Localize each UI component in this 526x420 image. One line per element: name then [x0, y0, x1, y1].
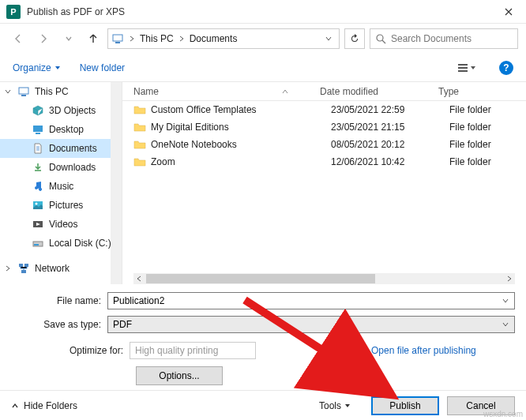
filename-input[interactable]: Publication2: [107, 292, 515, 309]
folder-icon: [133, 103, 146, 116]
search-placeholder: Search Documents: [391, 33, 472, 44]
tree-local-disk[interactable]: Local Disk (C:): [0, 234, 122, 253]
music-icon: [32, 180, 44, 193]
scrollbar-thumb[interactable]: [146, 274, 375, 283]
tree-label: Documents: [49, 143, 97, 154]
address-dropdown[interactable]: [321, 29, 336, 48]
file-type: File folder: [449, 156, 526, 167]
file-name: Zoom: [151, 156, 331, 167]
breadcrumb-this-pc[interactable]: This PC: [137, 33, 177, 44]
svg-rect-6: [19, 88, 28, 94]
tree-label: Pictures: [49, 200, 83, 211]
file-type: File folder: [449, 139, 526, 150]
chevron-down-icon[interactable]: [5, 88, 13, 95]
column-type[interactable]: Type: [438, 86, 526, 97]
tree-network[interactable]: Network: [0, 259, 122, 278]
folder-tree[interactable]: This PC 3D Objects Desktop Documents Dow…: [0, 82, 122, 284]
recent-dropdown[interactable]: [58, 28, 79, 49]
refresh-button[interactable]: [344, 28, 365, 49]
file-name: My Digital Editions: [151, 122, 331, 133]
file-list-header[interactable]: Name Date modified Type: [122, 82, 526, 101]
file-name: Custom Office Templates: [151, 104, 331, 115]
file-row[interactable]: Zoom 12/06/2021 10:42 File folder: [122, 153, 526, 171]
scroll-right-icon[interactable]: [504, 273, 515, 284]
chevron-down-icon: [54, 65, 61, 71]
tree-this-pc[interactable]: This PC: [0, 82, 122, 101]
desktop-icon: [32, 123, 44, 136]
file-date: 12/06/2021 10:42: [331, 156, 449, 167]
window-title: Publish as PDF or XPS: [27, 6, 125, 17]
chevron-right-icon[interactable]: [177, 29, 186, 48]
tree-desktop[interactable]: Desktop: [0, 120, 122, 139]
svg-rect-1: [115, 42, 120, 43]
folder-icon: [133, 121, 146, 133]
back-button[interactable]: [8, 28, 28, 49]
column-date[interactable]: Date modified: [320, 86, 438, 97]
form-area: File name: Publication2 Save as type: PD…: [0, 284, 526, 385]
tree-documents[interactable]: Documents: [0, 139, 122, 158]
file-list[interactable]: Name Date modified Type Custom Office Te…: [122, 82, 526, 284]
main-area: This PC 3D Objects Desktop Documents Dow…: [0, 82, 526, 284]
tree-label: Downloads: [49, 162, 96, 173]
scroll-left-icon[interactable]: [133, 273, 145, 284]
watermark: wsxdn.com: [483, 410, 523, 418]
checkbox-input[interactable]: [354, 346, 364, 356]
tree-label: Network: [35, 263, 70, 274]
tree-scrollbar[interactable]: [111, 82, 122, 284]
hide-folders-button[interactable]: Hide Folders: [11, 400, 77, 411]
chevron-down-icon[interactable]: [502, 297, 509, 305]
publish-button[interactable]: Publish: [371, 396, 439, 415]
file-row[interactable]: OneNote Notebooks 08/05/2021 20:12 File …: [122, 136, 526, 153]
breadcrumb-documents[interactable]: Documents: [186, 33, 241, 44]
close-button[interactable]: [490, 0, 526, 24]
tree-music[interactable]: Music: [0, 177, 122, 196]
address-bar[interactable]: This PC Documents: [107, 28, 340, 49]
horizontal-scrollbar[interactable]: [133, 273, 515, 284]
tree-3d-objects[interactable]: 3D Objects: [0, 101, 122, 120]
cube-icon: [32, 104, 44, 117]
tree-downloads[interactable]: Downloads: [0, 158, 122, 177]
tree-label: 3D Objects: [49, 105, 96, 116]
chevron-up-icon: [11, 402, 19, 410]
disk-icon: [32, 237, 44, 249]
sort-asc-icon: [282, 88, 288, 95]
view-options-button[interactable]: [453, 58, 480, 77]
file-date: 08/05/2021 20:12: [331, 139, 449, 150]
svg-point-2: [377, 35, 383, 41]
optimize-label: Optimize for:: [11, 345, 130, 356]
tree-label: This PC: [35, 86, 69, 97]
new-folder-button[interactable]: New folder: [80, 62, 125, 73]
tree-videos[interactable]: Videos: [0, 215, 122, 234]
videos-icon: [32, 218, 44, 231]
open-after-checkbox[interactable]: Open file after publishing: [351, 343, 476, 358]
optimize-value: High quality printing: [130, 342, 256, 359]
navigation-bar: This PC Documents Search Documents: [0, 24, 526, 54]
file-row[interactable]: My Digital Editions 23/05/2021 21:15 Fil…: [122, 118, 526, 136]
titlebar: P Publish as PDF or XPS: [0, 0, 526, 24]
up-button[interactable]: [84, 29, 103, 48]
organize-menu[interactable]: Organize: [13, 62, 61, 73]
help-button[interactable]: ?: [499, 61, 513, 75]
folder-icon: [133, 138, 146, 151]
forward-button[interactable]: [33, 28, 54, 49]
pc-icon: [17, 85, 30, 98]
file-row[interactable]: Custom Office Templates 23/05/2021 22:59…: [122, 101, 526, 118]
options-button[interactable]: Options...: [136, 366, 223, 385]
search-input[interactable]: Search Documents: [370, 28, 518, 49]
svg-rect-17: [21, 270, 26, 273]
savetype-label: Save as type:: [11, 319, 107, 330]
network-icon: [17, 262, 30, 275]
chevron-right-icon[interactable]: [5, 265, 13, 272]
chevron-right-icon[interactable]: [127, 29, 137, 48]
savetype-dropdown[interactable]: PDF: [107, 316, 515, 333]
file-name: OneNote Notebooks: [151, 139, 331, 150]
tools-menu[interactable]: Tools: [319, 400, 351, 411]
svg-rect-15: [19, 264, 23, 267]
svg-rect-8: [33, 126, 43, 132]
column-name[interactable]: Name: [133, 86, 159, 97]
svg-rect-4: [458, 67, 468, 69]
tree-pictures[interactable]: Pictures: [0, 196, 122, 215]
tree-label: Videos: [49, 219, 77, 230]
folder-icon: [133, 156, 146, 168]
svg-rect-0: [113, 35, 122, 41]
